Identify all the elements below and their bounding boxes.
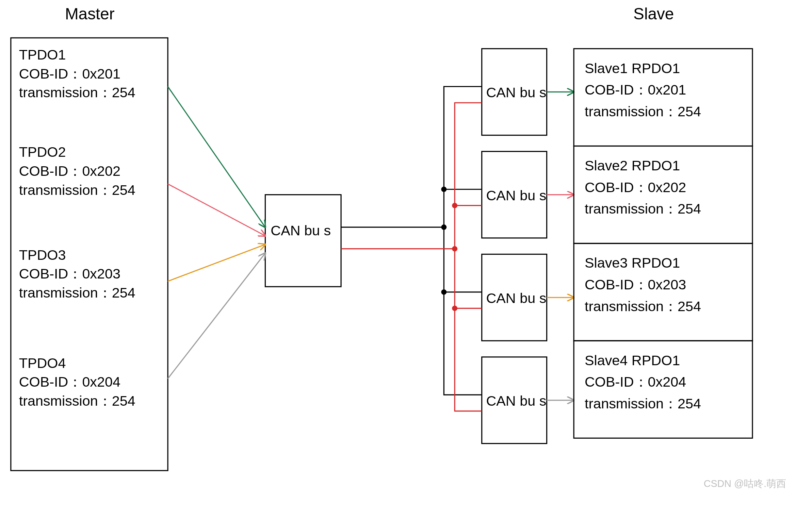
tpdo3-name: TPDO3	[19, 247, 66, 263]
slave2-text: Slave2 RPDO1 COB-ID：0x202 transmission：2…	[585, 158, 701, 217]
arrow-tpdo2	[168, 184, 265, 236]
tpdo4-cob: COB-ID：0x204	[19, 374, 120, 390]
tpdo3-tr: transmission：254	[19, 285, 135, 301]
slave4-cob: COB-ID：0x204	[585, 374, 686, 390]
arrow-tpdo1	[168, 87, 265, 227]
black-junction-1	[441, 224, 446, 230]
relay-bus-3-label: CAN bu s	[486, 290, 546, 306]
tpdo1-tr: transmission：254	[19, 85, 135, 100]
tpdo4-tr: transmission：254	[19, 393, 135, 409]
slave-title: Slave	[633, 5, 674, 23]
slave4-name: Slave4 RPDO1	[585, 353, 680, 368]
black-junction-3	[441, 289, 446, 295]
relay-bus-4-label: CAN bu s	[486, 393, 546, 409]
arrow-tpdo3	[168, 244, 265, 281]
red-junction-1	[452, 246, 457, 252]
slave1-tr: transmission：254	[585, 104, 701, 119]
tpdo3-cob: COB-ID：0x203	[19, 266, 120, 282]
arrow-tpdo4	[168, 253, 265, 378]
tpdo1-name: TPDO1	[19, 47, 66, 63]
tpdo4-block: TPDO4 COB-ID：0x204 transmission：254	[19, 355, 135, 409]
tpdo3-block: TPDO3 COB-ID：0x203 transmission：254	[19, 247, 135, 301]
relay-bus-1-label: CAN bu s	[486, 85, 546, 100]
relay-bus-2-label: CAN bu s	[486, 188, 546, 203]
tpdo2-name: TPDO2	[19, 144, 66, 160]
tpdo2-cob: COB-ID：0x202	[19, 163, 120, 179]
slave1-name: Slave1 RPDO1	[585, 61, 680, 76]
slave2-tr: transmission：254	[585, 201, 701, 217]
watermark: CSDN @咕咚.萌西	[704, 478, 786, 489]
slave4-text: Slave4 RPDO1 COB-ID：0x204 transmission：2…	[585, 353, 701, 411]
tpdo1-block: TPDO1 COB-ID：0x201 transmission：254	[19, 47, 135, 100]
slave2-cob: COB-ID：0x202	[585, 180, 686, 195]
slave3-cob: COB-ID：0x203	[585, 277, 686, 292]
tpdo4-name: TPDO4	[19, 355, 66, 371]
tpdo2-block: TPDO2 COB-ID：0x202 transmission：254	[19, 144, 135, 198]
center-bus-box	[265, 195, 341, 287]
slave4-tr: transmission：254	[585, 396, 701, 411]
red-trunk	[341, 103, 482, 411]
slave2-name: Slave2 RPDO1	[585, 158, 680, 173]
slave3-name: Slave3 RPDO1	[585, 255, 680, 271]
master-title: Master	[65, 5, 115, 23]
slave3-text: Slave3 RPDO1 COB-ID：0x203 transmission：2…	[585, 255, 701, 314]
tpdo1-cob: COB-ID：0x201	[19, 66, 120, 82]
black-trunk	[341, 87, 482, 395]
red-junction-2	[452, 203, 457, 208]
center-bus-label: CAN bu s	[271, 223, 331, 238]
slave1-text: Slave1 RPDO1 COB-ID：0x201 transmission：2…	[585, 61, 701, 119]
slave1-cob: COB-ID：0x201	[585, 82, 686, 98]
slave3-tr: transmission：254	[585, 299, 701, 314]
diagram-root: Master Slave TPDO1 COB-ID：0x201 transmis…	[0, 0, 812, 507]
red-junction-3	[452, 306, 457, 311]
tpdo2-tr: transmission：254	[19, 182, 135, 198]
black-junction-2	[441, 187, 446, 192]
